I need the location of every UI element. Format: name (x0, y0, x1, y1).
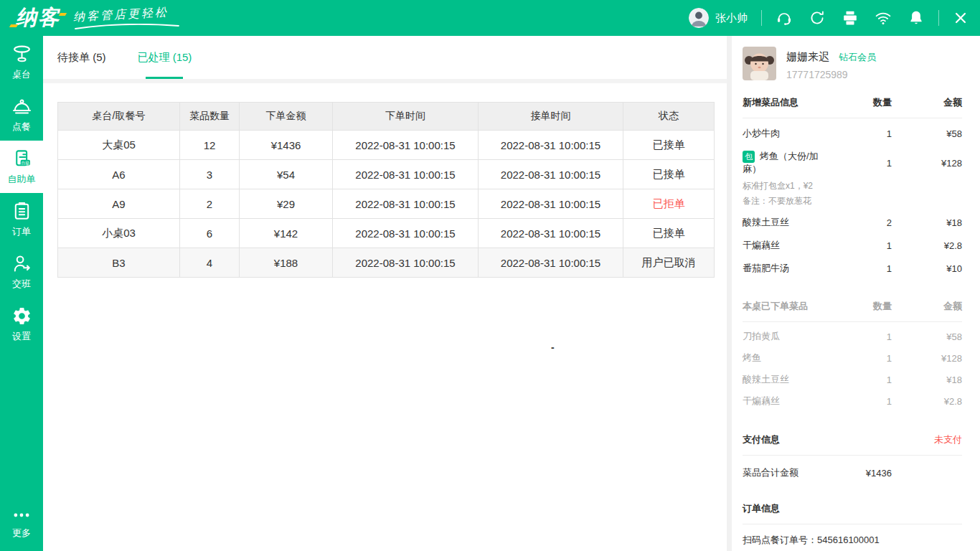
close-icon[interactable] (953, 10, 969, 26)
qty-column-header: 数量 (820, 96, 892, 109)
cell-status: 已接单 (623, 160, 715, 189)
cell-accept-time: 2022-08-31 10:00:15 (479, 248, 623, 278)
dish-item: 干煸藕丝1¥2.8 (743, 390, 962, 412)
dish-note: 备注：不要放葱花 (743, 194, 962, 208)
sidebar-item-orders[interactable]: 订单 (0, 193, 43, 245)
cell-table-no: A6 (58, 160, 180, 189)
customer-service-icon[interactable] (776, 9, 793, 27)
dish-qty: 1 (820, 375, 892, 385)
svg-text:自助: 自助 (21, 160, 29, 165)
brand: 纳客 纳客管店更轻松 (9, 4, 181, 32)
bell-icon[interactable] (908, 9, 925, 27)
table-row[interactable]: 大桌0512¥14362022-08-31 10:00:152022-08-31… (58, 131, 715, 160)
active-tab-underline (146, 77, 183, 79)
dish-name: 干煸藕丝 (743, 395, 820, 408)
slogan-text: 纳客管店更轻松 (73, 4, 182, 25)
sidebar-item-more[interactable]: 更多 (0, 501, 43, 544)
section-title: 新增菜品信息 (743, 96, 820, 109)
order-info-line: 订单来源：微信 (743, 548, 962, 551)
dish-name: 干煸藕丝 (743, 239, 820, 252)
dish-amount: ¥58 (892, 128, 962, 139)
member-name: 姗姗来迟 (786, 50, 829, 64)
ordered-dishes-header: 本桌已下单菜品 数量 金额 (743, 291, 962, 322)
cell-table-no: 大桌05 (58, 131, 180, 160)
cell-order-time: 2022-08-31 10:00:15 (333, 219, 479, 248)
column-header: 状态 (623, 103, 715, 131)
new-dishes-header: 新增菜品信息 数量 金额 (743, 88, 962, 118)
ordered-dishes-list: 刀拍黄瓜1¥58烤鱼1¥128酸辣土豆丝1¥18干煸藕丝1¥2.8 (743, 322, 962, 412)
dish-name: 酸辣土豆丝 (743, 216, 820, 229)
tab-bar: 待接单 (5)已处理 (15) (43, 36, 727, 79)
cell-dish-count: 3 (180, 160, 240, 189)
member-avatar (743, 47, 776, 80)
sidebar-item-settings[interactable]: 设置 (0, 298, 43, 350)
table-row[interactable]: A63¥542022-08-31 10:00:152022-08-31 10:0… (58, 160, 715, 189)
payment-total-value: ¥1436 (820, 468, 892, 479)
sidebar-item-label: 点餐 (12, 121, 31, 133)
user-avatar (689, 8, 709, 28)
cell-amount: ¥29 (240, 189, 333, 219)
pagination-dash: - (551, 342, 555, 353)
dish-name: 刀拍黄瓜 (743, 330, 820, 343)
dish-qty: 1 (820, 331, 892, 342)
sidebar-item-tables[interactable]: 桌台 (0, 36, 43, 88)
selfservice-icon: 自助 (11, 149, 32, 169)
cell-accept-time: 2022-08-31 10:00:15 (479, 219, 623, 248)
dish-item: 刀拍黄瓜1¥58 (743, 326, 962, 347)
printer-icon[interactable] (842, 9, 859, 27)
order-info-header: 订单信息 (743, 494, 962, 524)
payment-total-row: 菜品合计金额 ¥1436 (743, 456, 962, 479)
cell-dish-count: 4 (180, 248, 240, 278)
section-title: 订单信息 (743, 503, 780, 514)
cell-dish-count: 6 (180, 219, 240, 248)
dish-name: 烤鱼 (743, 352, 820, 364)
tab-processed[interactable]: 已处理 (15) (138, 36, 192, 79)
table-row[interactable]: B34¥1882022-08-31 10:00:152022-08-31 10:… (58, 248, 715, 278)
sidebar-item-shift[interactable]: 交班 (0, 245, 43, 298)
cell-accept-time: 2022-08-31 10:00:15 (479, 131, 623, 160)
column-header: 下单金额 (240, 103, 333, 131)
cell-status: 已接单 (623, 131, 715, 160)
orders-table: 桌台/取餐号菜品数量下单金额下单时间接单时间状态 大桌0512¥14362022… (57, 102, 715, 278)
dish-icon (11, 96, 32, 117)
table-row[interactable]: 小桌036¥1422022-08-31 10:00:152022-08-31 1… (58, 219, 715, 248)
orders-table-header-row: 桌台/取餐号菜品数量下单金额下单时间接单时间状态 (58, 103, 715, 131)
cell-status: 已拒单 (623, 189, 715, 219)
cell-accept-time: 2022-08-31 10:00:15 (479, 189, 623, 219)
cell-table-no: 小桌03 (58, 219, 180, 248)
dish-item: 烤鱼1¥128 (743, 347, 962, 369)
ordered-dishes-section: 本桌已下单菜品 数量 金额 刀拍黄瓜1¥58烤鱼1¥128酸辣土豆丝1¥18干煸… (743, 291, 962, 412)
member-info: 姗姗来迟 钻石会员 17771725989 (786, 47, 876, 80)
cell-dish-count: 12 (180, 131, 240, 160)
sync-icon[interactable] (809, 9, 826, 27)
sidebar-item-ordering[interactable]: 点餐 (0, 88, 43, 141)
user-menu[interactable]: 张小帅 (689, 8, 748, 28)
cell-amount: ¥1436 (240, 131, 333, 160)
dish-item: 酸辣土豆丝1¥18 (743, 369, 962, 390)
sidebar-item-label: 桌台 (12, 68, 31, 81)
app-logo: 纳客 (9, 4, 65, 32)
tab-pending[interactable]: 待接单 (5) (57, 36, 106, 79)
cell-order-time: 2022-08-31 10:00:15 (333, 248, 479, 278)
sidebar-item-label: 更多 (12, 527, 31, 540)
section-title: 本桌已下单菜品 (743, 300, 820, 313)
dish-amount: ¥2.8 (892, 396, 962, 407)
dish-qty: 1 (820, 240, 892, 251)
cell-table-no: B3 (58, 248, 180, 278)
shift-icon (11, 253, 32, 274)
tab-label: 待接单 (5) (57, 51, 106, 65)
dish-qty: 1 (820, 128, 892, 139)
table-row[interactable]: A92¥292022-08-31 10:00:152022-08-31 10:0… (58, 189, 715, 219)
dish-qty: 2 (820, 217, 892, 228)
amount-column-header: 金额 (892, 96, 962, 109)
table-icon (11, 44, 32, 65)
wifi-icon[interactable] (875, 9, 892, 27)
sidebar-nav: 桌台点餐自助自助单订单交班设置 更多 (0, 36, 43, 551)
sidebar-item-selfservice[interactable]: 自助自助单 (0, 141, 43, 193)
dish-name: 包烤鱼（大份/加麻） (743, 150, 820, 176)
sidebar-item-label: 设置 (12, 330, 31, 343)
dish-amount: ¥18 (892, 217, 962, 228)
dish-item: 番茄肥牛汤1¥10 (743, 257, 962, 280)
amount-column-header: 金额 (892, 300, 962, 313)
section-title: 支付信息 (743, 433, 780, 446)
